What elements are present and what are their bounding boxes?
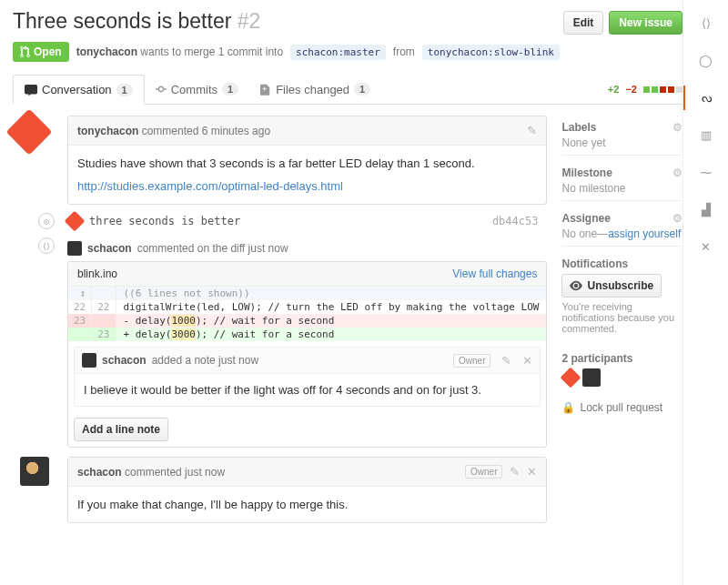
comment-icon bbox=[25, 84, 37, 96]
tab-files-changed[interactable]: Files changed 1 bbox=[249, 76, 381, 104]
diffstat: +2 −2 bbox=[608, 84, 682, 95]
nav-issues-icon[interactable]: ◯ bbox=[683, 48, 728, 73]
notifications-note: You're receiving notifications because y… bbox=[561, 301, 682, 334]
code-icon: ⟨⟩ bbox=[38, 237, 55, 254]
lock-icon: 🔒 bbox=[561, 401, 575, 414]
add-line-note-button[interactable]: Add a line note bbox=[74, 418, 168, 441]
commit-icon bbox=[156, 83, 167, 96]
base-branch[interactable]: schacon:master bbox=[290, 45, 386, 60]
gear-icon[interactable]: ⚙ bbox=[672, 121, 682, 134]
comment: schacon commented just now Owner ✎ ✕ If … bbox=[67, 457, 547, 523]
pencil-icon[interactable]: ✎ bbox=[527, 124, 537, 137]
commit-icon: ⊙ bbox=[38, 213, 55, 229]
owner-badge: Owner bbox=[465, 465, 502, 479]
labels-value: None yet bbox=[561, 136, 682, 149]
edit-button[interactable]: Edit bbox=[563, 11, 604, 35]
nav-code-icon[interactable]: ⟨⟩ bbox=[683, 11, 728, 35]
milestone-value: No milestone bbox=[561, 182, 682, 195]
owner-badge: Owner bbox=[453, 354, 490, 368]
note-author[interactable]: schacon bbox=[102, 354, 147, 367]
tab-conversation[interactable]: Conversation 1 bbox=[13, 75, 145, 105]
diff-table: ⇕((6 lines not shown)) 2222 digitalWrite… bbox=[68, 287, 546, 341]
gear-icon[interactable]: ⚙ bbox=[672, 212, 682, 225]
avatar[interactable] bbox=[6, 109, 53, 156]
nav-pull-requests-icon[interactable]: ᔓ bbox=[683, 86, 728, 110]
pr-meta: Open tonychacon wants to merge 1 commit … bbox=[13, 42, 682, 62]
comment-text: Studies have shown that 3 seconds is a f… bbox=[77, 156, 537, 170]
participants-heading: 2 participants bbox=[561, 352, 632, 365]
avatar[interactable] bbox=[20, 457, 49, 486]
notifications-heading: Notifications bbox=[561, 257, 628, 270]
close-icon[interactable]: ✕ bbox=[527, 465, 537, 479]
commit-message[interactable]: three seconds is better bbox=[89, 215, 240, 227]
assignee-heading: Assignee bbox=[561, 212, 610, 225]
diff-comment: blink.ino View full changes ⇕((6 lines n… bbox=[67, 261, 547, 448]
head-branch[interactable]: tonychacon:slow-blink bbox=[422, 45, 560, 60]
tab-commits[interactable]: Commits 1 bbox=[145, 76, 249, 104]
state-badge: Open bbox=[13, 42, 69, 62]
assign-yourself-link[interactable]: assign yourself bbox=[608, 227, 681, 240]
expand-icon[interactable]: ⇕ bbox=[68, 287, 92, 300]
comment: tonychacon commented 6 minutes ago ✎ Stu… bbox=[67, 116, 547, 205]
unsubscribe-button[interactable]: Unsubscribe bbox=[561, 274, 662, 298]
nav-graphs-icon[interactable]: ▟ bbox=[683, 197, 728, 222]
comment-text: If you make that change, I'll be happy t… bbox=[68, 487, 546, 522]
new-issue-button[interactable]: New issue bbox=[609, 11, 682, 35]
pr-author[interactable]: tonychacon bbox=[76, 45, 137, 58]
pencil-icon[interactable]: ✎ bbox=[510, 465, 520, 479]
eye-icon bbox=[570, 280, 582, 291]
diff-filename: blink.ino bbox=[77, 267, 117, 280]
comment-author[interactable]: schacon bbox=[87, 242, 132, 255]
nav-wiki-icon[interactable]: ▥ bbox=[683, 123, 728, 147]
nav-pulse-icon[interactable]: ⁓ bbox=[683, 160, 728, 185]
issue-number: #2 bbox=[238, 9, 261, 33]
participant-avatar[interactable] bbox=[561, 368, 581, 388]
page-title: Three seconds is better #2 bbox=[13, 9, 563, 34]
avatar[interactable] bbox=[67, 241, 82, 256]
participant-avatar[interactable] bbox=[582, 368, 601, 387]
comment-link[interactable]: http://studies.example.com/optimal-led-d… bbox=[77, 179, 343, 193]
avatar[interactable] bbox=[82, 353, 96, 368]
view-full-changes-link[interactable]: View full changes bbox=[452, 267, 537, 280]
pencil-icon[interactable]: ✎ bbox=[501, 354, 511, 368]
commit-sha[interactable]: db44c53 bbox=[492, 215, 548, 227]
avatar[interactable] bbox=[65, 211, 86, 232]
comment-author[interactable]: tonychacon bbox=[77, 125, 138, 137]
close-icon[interactable]: ✕ bbox=[522, 354, 532, 368]
comment-author[interactable]: schacon bbox=[77, 466, 122, 479]
note-body: I believe it would be better if the ligh… bbox=[75, 374, 540, 406]
file-diff-icon bbox=[260, 83, 271, 96]
milestone-heading: Milestone bbox=[561, 166, 612, 179]
gear-icon[interactable]: ⚙ bbox=[672, 166, 682, 179]
pull-request-icon bbox=[20, 45, 30, 58]
nav-settings-icon[interactable]: ✕ bbox=[683, 235, 728, 259]
lock-pull-request-link[interactable]: 🔒 Lock pull request bbox=[561, 401, 682, 414]
labels-heading: Labels bbox=[561, 121, 596, 134]
